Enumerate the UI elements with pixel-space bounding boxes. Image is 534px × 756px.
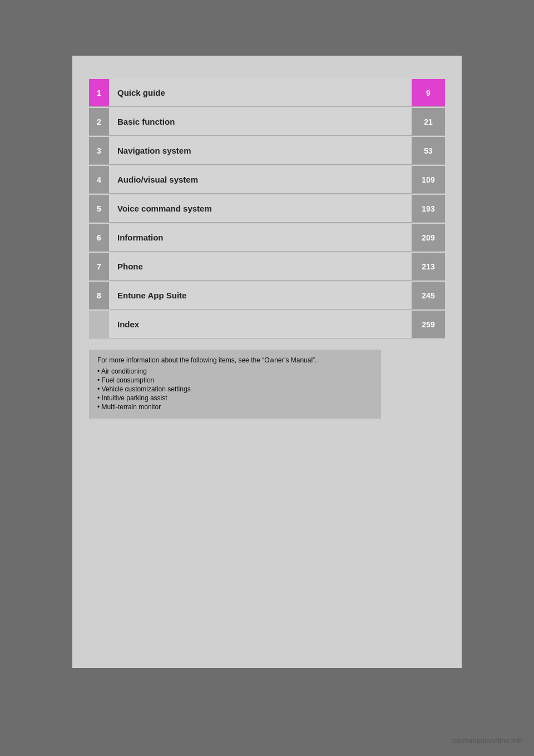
toc-label-1[interactable]: Quick guide <box>109 79 412 107</box>
toc-num-9 <box>89 311 109 338</box>
toc-label-6[interactable]: Information <box>109 224 412 252</box>
toc-page-1: 9 <box>412 79 445 107</box>
watermark: carmanualsonline.info <box>453 737 523 745</box>
toc-num-1: 1 <box>89 79 109 107</box>
toc-page-8: 245 <box>412 282 445 310</box>
toc-label-2[interactable]: Basic function <box>109 108 412 136</box>
toc-label-5[interactable]: Voice command system <box>109 195 412 223</box>
toc-label-9[interactable]: Index <box>109 311 412 338</box>
info-list-item: Fuel consumption <box>97 376 373 384</box>
toc-num-5: 5 <box>89 195 109 223</box>
info-list-item: Intuitive parking assist <box>97 394 373 402</box>
toc-page-4: 109 <box>412 166 445 194</box>
toc-num-7: 7 <box>89 253 109 281</box>
page-container: 1 Quick guide 9 2 Basic function 21 3 Na… <box>72 56 462 668</box>
info-box-list: Air conditioningFuel consumptionVehicle … <box>97 367 373 411</box>
toc-num-2: 2 <box>89 108 109 136</box>
info-box: For more information about the following… <box>89 350 381 419</box>
toc-page-7: 213 <box>412 253 445 281</box>
toc-page-2: 21 <box>412 108 445 136</box>
toc-label-8[interactable]: Entune App Suite <box>109 282 412 310</box>
toc-num-6: 6 <box>89 224 109 252</box>
info-box-title: For more information about the following… <box>97 356 373 364</box>
toc-label-3[interactable]: Navigation system <box>109 137 412 165</box>
toc-table: 1 Quick guide 9 2 Basic function 21 3 Na… <box>89 78 445 340</box>
toc-page-3: 53 <box>412 137 445 165</box>
toc-page-5: 193 <box>412 195 445 223</box>
toc-page-6: 209 <box>412 224 445 252</box>
toc-num-3: 3 <box>89 137 109 165</box>
toc-num-8: 8 <box>89 282 109 310</box>
info-list-item: Vehicle customization settings <box>97 385 373 393</box>
toc-label-7[interactable]: Phone <box>109 253 412 281</box>
toc-page-9: 259 <box>412 311 445 338</box>
info-list-item: Air conditioning <box>97 367 373 375</box>
toc-num-4: 4 <box>89 166 109 194</box>
toc-label-4[interactable]: Audio/visual system <box>109 166 412 194</box>
info-list-item: Multi-terrain monitor <box>97 403 373 411</box>
